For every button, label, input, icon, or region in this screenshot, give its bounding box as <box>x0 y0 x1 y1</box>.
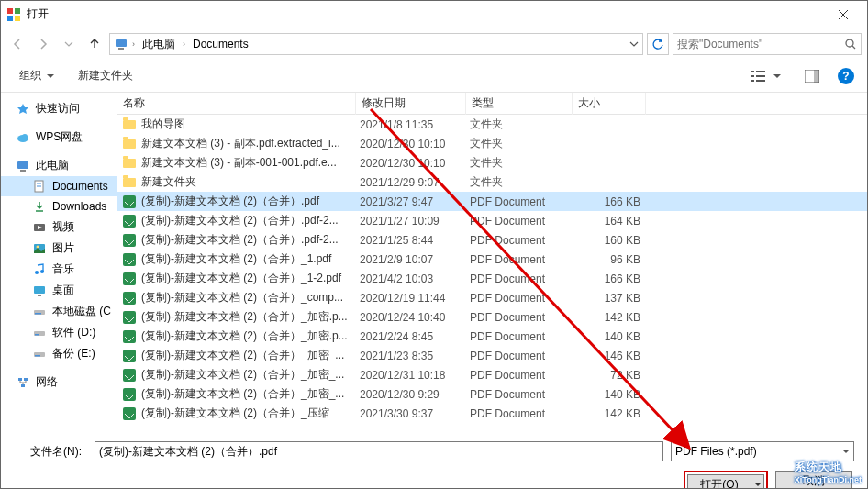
file-name: (复制)-新建文本文档 (2)（合并）.pdf <box>138 194 360 209</box>
column-header-size[interactable]: 大小 <box>573 93 646 115</box>
file-row[interactable]: 新建文本文档 (3) - 副本.pdf.extracted_i...2020/1… <box>117 134 867 153</box>
svg-rect-10 <box>751 71 754 72</box>
sidebar-item-drive-c[interactable]: 本地磁盘 (C <box>1 301 117 322</box>
file-size: 140 KB <box>576 388 650 401</box>
svg-rect-1 <box>15 8 20 14</box>
file-date: 2021/1/25 8:44 <box>360 234 470 247</box>
new-folder-button[interactable]: 新建文件夹 <box>72 64 139 87</box>
file-type: PDF Document <box>470 350 576 362</box>
pdf-icon <box>121 350 138 362</box>
column-header-name[interactable]: 名称 <box>117 93 356 115</box>
column-header-type[interactable]: 类型 <box>466 93 573 115</box>
file-row[interactable]: (复制)-新建文本文档 (2)（合并）_压缩2021/3/30 9:37PDF … <box>117 404 867 423</box>
svg-rect-39 <box>18 378 22 381</box>
file-name: (复制)-新建文本文档 (2)（合并）_1.pdf <box>138 251 360 267</box>
sidebar-item-pictures[interactable]: 图片 <box>1 238 117 259</box>
folder-icon <box>121 120 138 129</box>
watermark: 系统天地 XiTongTianDi.net <box>795 459 862 484</box>
refresh-icon <box>651 38 664 50</box>
sidebar-item-this-pc[interactable]: 此电脑 <box>1 155 117 176</box>
file-type: 文件夹 <box>470 136 576 151</box>
file-size: 72 KB <box>576 369 650 382</box>
file-row[interactable]: (复制)-新建文本文档 (2)（合并）_加密.p...2021/2/24 8:4… <box>117 327 867 346</box>
column-header-date[interactable]: 修改日期 <box>356 93 466 115</box>
sidebar-item-documents[interactable]: Documents <box>1 176 117 196</box>
folder-icon <box>121 178 138 187</box>
sidebar-item-videos[interactable]: 视频 <box>1 217 117 238</box>
sidebar-item-desktop[interactable]: 桌面 <box>1 280 117 301</box>
file-type: PDF Document <box>470 253 576 266</box>
file-row[interactable]: (复制)-新建文本文档 (2)（合并）_1-2.pdf2021/4/2 10:0… <box>117 269 867 288</box>
file-row[interactable]: (复制)-新建文本文档 (2)（合并）_加密_...2020/12/31 10:… <box>117 365 867 384</box>
filename-input[interactable] <box>95 441 663 461</box>
file-row[interactable]: 新建文件夹2021/12/29 9:07文件夹 <box>117 172 867 192</box>
view-button[interactable] <box>746 66 786 86</box>
sidebar-item-drive-d[interactable]: 软件 (D:) <box>1 322 117 343</box>
file-name: (复制)-新建文本文档 (2)（合并）_comp... <box>138 290 360 306</box>
help-button[interactable]: ? <box>838 68 854 84</box>
file-row[interactable]: 我的导图2021/1/8 11:35文件夹 <box>117 115 867 134</box>
nav-recent-dropdown[interactable] <box>58 33 80 55</box>
music-icon <box>32 262 47 277</box>
sidebar-item-network[interactable]: 网络 <box>1 372 117 393</box>
sidebar-item-drive-e[interactable]: 备份 (E:) <box>1 343 117 364</box>
file-size: 137 KB <box>576 292 650 305</box>
breadcrumb-seg-pc[interactable]: 此电脑 <box>139 35 179 54</box>
file-list-header: 名称 修改日期 类型 大小 <box>117 93 867 115</box>
file-name: (复制)-新建文本文档 (2)（合并）_压缩 <box>138 406 360 421</box>
close-button[interactable] <box>825 2 862 28</box>
file-date: 2020/12/19 11:44 <box>360 292 470 305</box>
nav-back[interactable] <box>6 33 28 55</box>
organize-button[interactable]: 组织 <box>14 64 60 87</box>
view-icon <box>751 70 768 83</box>
open-button-highlight: 打开(O) <box>684 471 768 489</box>
file-row[interactable]: (复制)-新建文本文档 (2)（合并）.pdf-2...2021/1/25 8:… <box>117 230 867 250</box>
chevron-down-icon <box>47 72 54 80</box>
sidebar-item-wps[interactable]: WPS网盘 <box>1 127 117 148</box>
chevron-down-icon[interactable] <box>629 39 639 49</box>
file-name: 我的导图 <box>138 117 360 132</box>
svg-rect-13 <box>756 75 765 77</box>
svg-rect-3 <box>15 16 20 21</box>
search-input[interactable] <box>677 38 844 50</box>
file-name: (复制)-新建文本文档 (2)（合并）_加密.p... <box>138 328 360 344</box>
file-row[interactable]: (复制)-新建文本文档 (2)（合并）_加密_...2020/12/30 9:2… <box>117 384 867 404</box>
file-type: 文件夹 <box>470 155 576 171</box>
file-type: 文件夹 <box>470 174 576 190</box>
address-bar[interactable]: › 此电脑 › Documents <box>109 33 643 55</box>
file-row[interactable]: (复制)-新建文本文档 (2)（合并）_加密.p...2020/12/24 10… <box>117 307 867 327</box>
svg-rect-14 <box>751 80 754 82</box>
preview-pane-button[interactable] <box>799 66 825 86</box>
nav-up[interactable] <box>83 33 106 55</box>
sidebar-item-quick-access[interactable]: 快速访问 <box>1 98 117 119</box>
filename-label: 文件名(N): <box>14 444 87 460</box>
file-row[interactable]: (复制)-新建文本文档 (2)（合并）_1.pdf2021/2/9 10:07P… <box>117 250 867 269</box>
file-row[interactable]: (复制)-新建文本文档 (2)（合并）_comp...2020/12/19 11… <box>117 288 867 307</box>
file-row[interactable]: 新建文本文档 (3) - 副本-001-001.pdf.e...2020/12/… <box>117 153 867 172</box>
file-row[interactable]: (复制)-新建文本文档 (2)（合并）_加密_...2021/1/23 8:35… <box>117 346 867 365</box>
nav-forward[interactable] <box>32 33 54 55</box>
open-button-dropdown[interactable] <box>751 481 763 488</box>
sidebar-item-downloads[interactable]: Downloads <box>1 196 117 217</box>
svg-point-30 <box>40 270 44 273</box>
svg-rect-2 <box>7 16 13 21</box>
svg-rect-41 <box>21 384 25 387</box>
download-icon <box>32 199 47 214</box>
search-box[interactable] <box>673 33 862 55</box>
svg-rect-15 <box>756 80 765 82</box>
file-row[interactable]: (复制)-新建文本文档 (2)（合并）.pdf-2...2021/1/27 10… <box>117 211 867 230</box>
titlebar: 打开 <box>1 1 867 28</box>
file-name: (复制)-新建文本文档 (2)（合并）_加密.p... <box>138 309 360 325</box>
pdf-icon <box>121 195 138 208</box>
breadcrumb-seg-documents[interactable]: Documents <box>189 36 252 52</box>
open-button[interactable]: 打开(O) <box>687 474 764 489</box>
pdf-icon <box>121 234 138 247</box>
breadcrumb-sep-icon: › <box>130 39 137 49</box>
file-type: 文件夹 <box>470 117 576 132</box>
file-row[interactable]: (复制)-新建文本文档 (2)（合并）.pdf2021/3/27 9:47PDF… <box>117 192 867 211</box>
file-date: 2021/12/29 9:07 <box>360 176 470 189</box>
refresh-button[interactable] <box>647 33 669 55</box>
sidebar-item-music[interactable]: 音乐 <box>1 259 117 280</box>
pictures-icon <box>32 241 47 256</box>
file-list[interactable]: 我的导图2021/1/8 11:35文件夹新建文本文档 (3) - 副本.pdf… <box>117 115 867 432</box>
